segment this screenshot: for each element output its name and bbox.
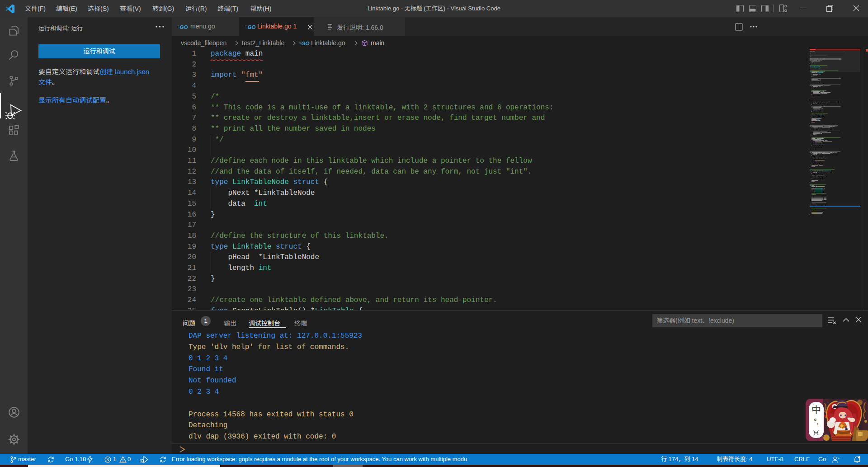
svg-text:GO: GO [248,24,256,30]
svg-text:中: 中 [811,402,821,416]
svg-text:GO: GO [302,41,310,46]
svg-text:°,: °, [814,417,819,426]
svg-text:GO: GO [180,24,188,30]
